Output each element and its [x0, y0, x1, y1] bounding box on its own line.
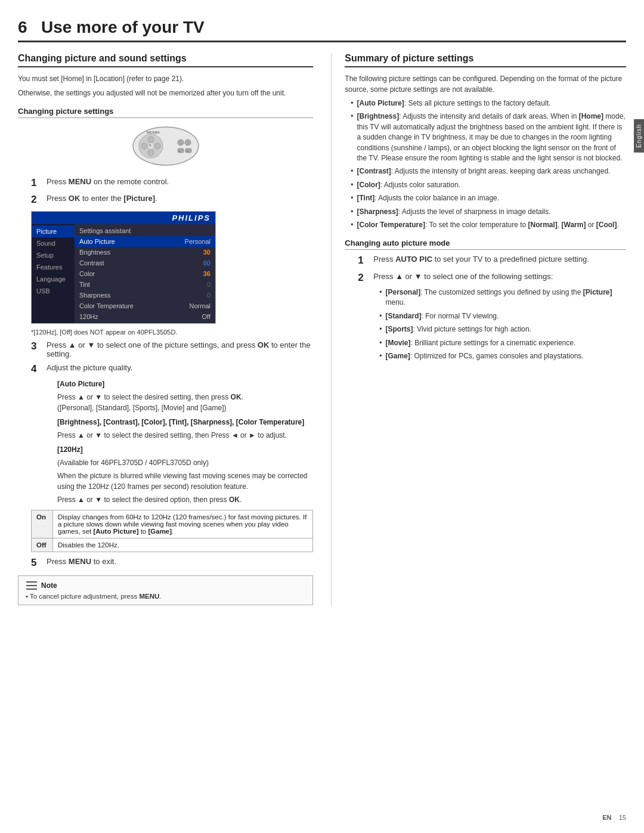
- auto-bullet-list: [Personal]: The customized settings you …: [379, 287, 626, 361]
- note-header: Note: [26, 581, 305, 590]
- bullet-color-text: [Color]: Adjusts color saturation.: [357, 180, 460, 190]
- subsection-changing-picture: Changing picture settings: [18, 107, 313, 118]
- auto-step-2-number: 2: [358, 272, 369, 284]
- menu-item-features[interactable]: Features: [32, 261, 75, 273]
- steps-3-5: 3 Press ▲ or ▼ to select one of the pict…: [31, 340, 313, 505]
- step-3: 3 Press ▲ or ▼ to select one of the pict…: [31, 340, 313, 358]
- auto-step-1-text: Press AUTO PIC to set your TV to a prede…: [373, 255, 626, 267]
- right-column: Summary of picture settings The followin…: [331, 53, 626, 605]
- svg-point-10: [185, 140, 191, 145]
- menu-item-picture[interactable]: Picture: [32, 225, 75, 237]
- auto-picture-desc: Press ▲ or ▼ to select the desired setti…: [57, 392, 313, 413]
- bullet-sharpness-text: [Sharpness]: Adjusts the level of sharpn…: [357, 207, 551, 217]
- auto-bullet-personal-text: [Personal]: The customized settings you …: [386, 287, 627, 308]
- svg-text:+: +: [186, 148, 189, 154]
- remote-svg: MENU OK + + +: [124, 123, 208, 169]
- hz-table-row-on: On Display changes from 60Hz to 120Hz (1…: [32, 510, 313, 538]
- menu-sharpness-label: Sharpness: [79, 292, 111, 299]
- menu-auto-picture: Auto Picture Personal: [75, 236, 215, 247]
- step-5: 5 Press MENU to exit.: [31, 557, 313, 569]
- intro-line-1: You must set [Home] in [Location] (refer…: [18, 73, 313, 84]
- step-2-text: Press OK to enter the [Picture].: [47, 194, 313, 206]
- bullet-brightness: [Brightness]: Adjusts the intensity and …: [351, 112, 626, 163]
- hz-label: [120Hz]: [57, 444, 313, 455]
- menu-auto-picture-label: Auto Picture: [79, 238, 115, 245]
- menu-contrast-value: 60: [203, 259, 210, 267]
- menu-sharpness-value: 0: [207, 292, 210, 299]
- auto-bullet-game: [Game]: Optimized for PCs, games console…: [379, 351, 626, 361]
- svg-text:OK: OK: [155, 131, 160, 134]
- en-label: EN: [602, 814, 611, 821]
- page-num-value: 15: [619, 814, 626, 821]
- menu-item-usb[interactable]: USB: [32, 285, 75, 297]
- footnote-120hz: *[120Hz], [Off] does NOT appear on 40PFL…: [31, 329, 313, 336]
- menu-color-value: 36: [203, 270, 210, 277]
- page-number: EN 15: [602, 814, 626, 821]
- hz-table-on-label: On: [32, 510, 53, 538]
- bullet-auto-picture-text: [Auto Picture]: Sets all picture setting…: [357, 98, 551, 109]
- bullet-color-temperature: [Color Temperature]: To set the color te…: [351, 220, 626, 230]
- tv-menu-right-panel: Settings assistant Auto Picture Personal…: [75, 224, 215, 323]
- step-3-text: Press ▲ or ▼ to select one of the pictur…: [47, 340, 313, 358]
- auto-step-2-content: [Personal]: The customized settings you …: [373, 287, 626, 361]
- menu-color: Color 36: [75, 268, 215, 279]
- left-column: Changing picture and sound settings You …: [18, 53, 313, 605]
- step-1-text: Press MENU on the remote control.: [47, 177, 313, 189]
- menu-contrast-label: Contrast: [79, 259, 104, 267]
- auto-step-1-number: 1: [358, 255, 369, 267]
- menu-tint-value: 0: [207, 281, 210, 288]
- auto-step-2-text: Press ▲ or ▼ to select one of the follow…: [373, 272, 626, 284]
- hz-table-on-desc: Display changes from 60Hz to 120Hz (120 …: [53, 510, 313, 538]
- page-container: English 6 Use more of your TV Changing p…: [0, 0, 644, 833]
- chapter-title: 6 Use more of your TV: [18, 18, 626, 42]
- menu-120hz-value: Off: [202, 313, 210, 320]
- bullet-color-temperature-text: [Color Temperature]: To set the color te…: [357, 220, 619, 230]
- hz-note2: When the picture is blurred while viewin…: [57, 470, 313, 492]
- right-section-title: Summary of picture settings: [345, 53, 626, 67]
- intro-line-2: Otherwise, the settings you adjusted wil…: [18, 88, 313, 98]
- auto-bullet-sports-text: [Sports]: Vivid picture settings for hig…: [386, 324, 532, 335]
- menu-item-language[interactable]: Language: [32, 273, 75, 285]
- tv-menu-body: Picture Sound Setup Features Language US…: [32, 224, 215, 323]
- menu-item-sound[interactable]: Sound: [32, 237, 75, 249]
- bullet-brightness-text: [Brightness]: Adjusts the intensity and …: [357, 112, 627, 163]
- auto-picture-label: [Auto Picture]: [57, 379, 313, 389]
- main-content: Changing picture and sound settings You …: [18, 53, 626, 605]
- bullet-tint-text: [Tint]: Adjusts the color balance in an …: [357, 193, 500, 203]
- note-box: Note • To cancel picture adjustment, pre…: [18, 575, 313, 605]
- bullet-sharpness: [Sharpness]: Adjusts the level of sharpn…: [351, 207, 626, 217]
- remote-control-image: MENU OK + + +: [18, 123, 313, 171]
- menu-item-setup[interactable]: Setup: [32, 249, 75, 261]
- auto-step-1: 1 Press AUTO PIC to set your TV to a pre…: [358, 255, 626, 267]
- menu-brightness: Brightness 30: [75, 247, 215, 258]
- step-4: 4 Adjust the picture quality. [Auto Pict…: [31, 363, 313, 505]
- left-section-title: Changing picture and sound settings: [18, 53, 313, 67]
- hz-table: On Display changes from 60Hz to 120Hz (1…: [31, 510, 313, 552]
- svg-point-4: [141, 143, 147, 149]
- auto-bullet-personal: [Personal]: The customized settings you …: [379, 287, 626, 308]
- bullet-contrast-text: [Contrast]: Adjusts the intensity of bri…: [357, 166, 611, 176]
- step-1-number: 1: [31, 177, 42, 189]
- right-intro: The following picture settings can be co…: [345, 73, 626, 95]
- auto-pic-steps: 1 Press AUTO PIC to set your TV to a pre…: [345, 255, 626, 361]
- hz-note1: (Available for 46PFL3705D / 40PFL3705D o…: [57, 457, 313, 468]
- note-icon: [26, 581, 38, 590]
- menu-color-temperature: Color Temperature Normal: [75, 301, 215, 311]
- chapter-title-text: Use more of your TV: [41, 18, 205, 36]
- svg-point-5: [154, 143, 160, 149]
- svg-point-3: [148, 150, 154, 156]
- svg-text:+: +: [148, 143, 151, 148]
- step-4-number: 4: [31, 363, 42, 375]
- auto-bullet-game-text: [Game]: Optimized for PCs, games console…: [386, 351, 584, 361]
- step-4-content: [Auto Picture] Press ▲ or ▼ to select th…: [47, 379, 313, 505]
- hz-note3: Press ▲ or ▼ to select the desired optio…: [57, 494, 313, 505]
- auto-bullet-standard: [Standard]: For normal TV viewing.: [379, 311, 626, 321]
- menu-tint: Tint 0: [75, 279, 215, 290]
- note-text: • To cancel picture adjustment, press ME…: [26, 593, 305, 600]
- tv-menu-brand: PHILIPS: [32, 212, 215, 224]
- auto-step-2: 2 Press ▲ or ▼ to select one of the foll…: [358, 272, 626, 362]
- auto-pic-numbered: 1 Press AUTO PIC to set your TV to a pre…: [358, 255, 626, 361]
- hz-table-off-label: Off: [32, 538, 53, 552]
- svg-text:+: +: [178, 148, 181, 154]
- step-3-number: 3: [31, 340, 42, 358]
